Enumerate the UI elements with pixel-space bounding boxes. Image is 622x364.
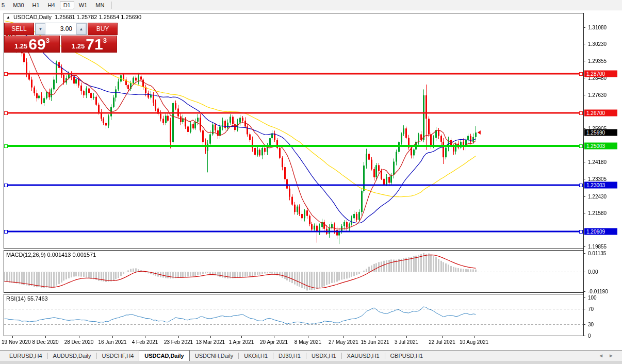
volume-increase-button[interactable]: ▲ xyxy=(76,23,86,35)
buy-price-display[interactable]: 1.25 71 3 xyxy=(61,36,117,53)
timeframe-button-mn[interactable]: MN xyxy=(92,1,108,9)
chart-tab-xauusd[interactable]: XAUUSD,H1 xyxy=(342,351,385,361)
price-axis-label: 1.29355 xyxy=(588,58,607,64)
chart-tab-usdx[interactable]: USDX,H1 xyxy=(306,351,341,361)
date-axis-label: 3 Jul 2021 xyxy=(395,339,418,345)
date-axis-label: 23 Feb 2021 xyxy=(164,339,193,345)
sell-button[interactable]: SELL xyxy=(4,23,34,35)
chart-tab-gbpusd[interactable]: GBPUSD,H1 xyxy=(385,351,429,361)
price-level-badge: 1.28700 xyxy=(584,71,617,77)
date-axis-label: 8 May 2021 xyxy=(294,339,321,345)
rsi-axis-label: 70 xyxy=(588,306,594,312)
tab-scroll-left-icon[interactable]: ◄ xyxy=(598,353,609,358)
timeframe-button-h1[interactable]: H1 xyxy=(29,1,43,9)
sell-price-sup: 3 xyxy=(46,37,50,44)
price-level-badge: 1.23003 xyxy=(584,181,617,188)
sell-price-display[interactable]: 1.25 69 3 xyxy=(4,36,60,53)
price-axis-label: 1.19855 xyxy=(588,244,607,250)
macd-axis-label: -0.01190 xyxy=(588,288,608,294)
chart-tab-bar: EURUSD,H4AUDUSD,DailyUSDCHF,H4USDCAD,Dai… xyxy=(0,350,622,361)
volume-spinner: ▼ ▲ xyxy=(35,23,87,35)
price-level-badge: 1.25003 xyxy=(584,143,617,150)
chart-tab-usdchf[interactable]: USDCHF,H4 xyxy=(97,351,139,361)
date-axis-label: 1 Apr 2021 xyxy=(229,339,254,345)
date-axis-label: 10 Aug 2021 xyxy=(460,339,488,345)
price-chart-canvas[interactable] xyxy=(0,0,622,364)
one-click-trading-panel: SELL ▼ ▲ BUY 1.25 69 3 1.25 71 3 xyxy=(4,23,117,53)
rsi-axis-label: 30 xyxy=(588,321,594,327)
chart-symbol-label: USDCAD,Daily xyxy=(13,14,52,20)
price-level-badge: 1.25690 xyxy=(584,129,617,136)
chart-tab-audusd[interactable]: AUDUSD,Daily xyxy=(48,351,96,361)
price-axis-label: 1.21580 xyxy=(588,210,607,216)
timeframe-button-w1[interactable]: W1 xyxy=(75,1,91,9)
date-axis-label: 22 Jul 2021 xyxy=(429,339,455,345)
date-axis-label: 20 Apr 2021 xyxy=(260,339,288,345)
price-axis-label: 1.30230 xyxy=(588,41,607,47)
toolbar-separator xyxy=(111,2,112,9)
price-axis-label: 1.24180 xyxy=(588,159,607,165)
chart-tab-dj30[interactable]: DJ30,H1 xyxy=(273,351,306,361)
date-axis-label: 4 Feb 2021 xyxy=(132,339,158,345)
chart-ohlc-values: 1.25681 1.25782 1.25654 1.25690 xyxy=(55,14,141,20)
chart-tab-ukoil[interactable]: UKOil,H1 xyxy=(239,351,273,361)
buy-price-sup: 3 xyxy=(103,37,107,44)
timeframe-button-m30[interactable]: M30 xyxy=(9,1,27,9)
macd-indicator-label: MACD(12,26,9) 0.001413 0.001571 xyxy=(6,252,96,258)
price-axis-label: 1.27630 xyxy=(588,92,607,97)
buy-price-small: 1.25 xyxy=(72,42,85,50)
price-level-badge: 1.26700 xyxy=(584,109,617,116)
tab-scroll-arrows: ◄► xyxy=(598,353,619,358)
rsi-axis-label: 0 xyxy=(588,333,591,339)
timeframe-button-d1[interactable]: D1 xyxy=(60,1,74,9)
macd-axis-label: 0.01135 xyxy=(588,250,606,256)
rsi-indicator-label: RSI(14) 55.7463 xyxy=(6,295,48,302)
date-axis-label: 27 May 2021 xyxy=(329,339,358,345)
buy-price-big: 71 xyxy=(86,37,103,52)
mt4-window: 5M30H1H4D1W1MN ▲ USDCAD,Daily 1.25681 1.… xyxy=(0,0,622,364)
sell-price-big: 69 xyxy=(28,37,45,52)
window-bottom-strip xyxy=(0,361,622,364)
timeframe-toolbar: 5M30H1H4D1W1MN xyxy=(0,0,622,10)
buy-button[interactable]: BUY xyxy=(88,23,118,35)
timeframe-button-h4[interactable]: H4 xyxy=(44,1,59,9)
chart-tab-usdcnh[interactable]: USDCNH,Daily xyxy=(190,351,239,361)
collapse-triangle-icon[interactable]: ▲ xyxy=(6,15,10,20)
tab-scroll-right-icon[interactable]: ► xyxy=(609,353,619,358)
chart-tab-usdcad[interactable]: USDCAD,Daily xyxy=(139,350,189,361)
chart-tab-eurusd[interactable]: EURUSD,H4 xyxy=(4,351,47,361)
volume-input[interactable] xyxy=(45,23,76,35)
volume-decrease-button[interactable]: ▼ xyxy=(36,23,45,35)
rsi-axis-label: 100 xyxy=(588,295,597,301)
date-axis-label: 28 Dec 2020 xyxy=(64,339,94,345)
date-axis-label: 8 Dec 2020 xyxy=(32,339,58,345)
macd-axis-label: 0.00 xyxy=(588,269,598,275)
date-axis-label: 15 Jun 2021 xyxy=(361,339,389,345)
sell-price-small: 1.25 xyxy=(14,42,27,50)
price-level-badge: 1.20609 xyxy=(584,228,617,235)
date-axis-label: 13 Mar 2021 xyxy=(196,339,225,345)
price-axis-label: 1.23305 xyxy=(588,176,607,182)
chart-title: ▲ USDCAD,Daily 1.25681 1.25782 1.25654 1… xyxy=(6,14,141,20)
timeframe-button-5[interactable]: 5 xyxy=(0,1,8,9)
date-axis-label: 16 Jan 2021 xyxy=(98,339,126,345)
price-axis-label: 1.31080 xyxy=(588,25,607,30)
date-axis-label: 19 Nov 2020 xyxy=(2,339,31,345)
price-axis-label: 1.22430 xyxy=(588,193,607,199)
